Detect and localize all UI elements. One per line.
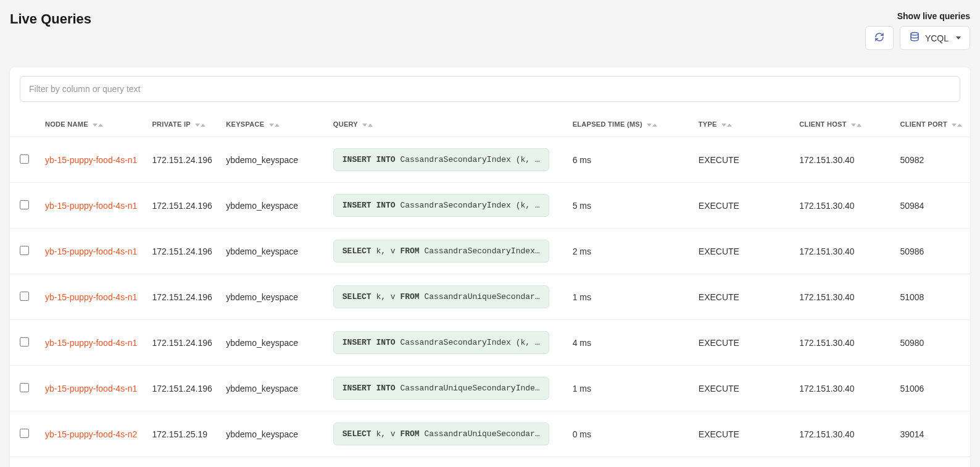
client-port-cell: 39014 <box>894 411 970 457</box>
elapsed-cell: 0 ms <box>567 411 692 457</box>
page-title: Live Queries <box>10 11 91 27</box>
client-host-cell: 172.151.30.40 <box>793 320 894 366</box>
client-port-cell: 50984 <box>894 183 970 229</box>
client-port-cell: 51008 <box>894 274 970 320</box>
query-cell[interactable]: SELECT k, v FROM CassandraUniqueSecondar… <box>333 285 549 308</box>
api-selector-label: YCQL <box>925 33 949 43</box>
keyspace-cell: ybdemo_keyspace <box>220 320 327 366</box>
private-ip-cell: 172.151.24.196 <box>146 137 220 183</box>
client-port-cell: 39632 <box>894 457 970 468</box>
type-cell: EXECUTE <box>692 366 793 411</box>
private-ip-cell: 172.151.24.196 <box>146 366 220 411</box>
query-cell[interactable]: SELECT k, v FROM CassandraUniqueSecondar… <box>333 423 549 445</box>
table-row: yb-15-puppy-food-4s-n2 172.151.25.19 ybd… <box>10 411 970 457</box>
client-host-cell: 172.151.30.40 <box>793 457 894 468</box>
keyspace-cell: ybdemo_keyspace <box>220 366 327 411</box>
table-row: yb-15-puppy-food-4s-n1 172.151.24.196 yb… <box>10 366 970 411</box>
private-ip-cell: 172.151.25.19 <box>146 411 220 457</box>
node-name-link[interactable]: yb-15-puppy-food-4s-n1 <box>45 338 137 348</box>
table-row: yb-15-puppy-food-4s-n1 172.151.24.196 yb… <box>10 274 970 320</box>
client-host-cell: 172.151.30.40 <box>793 229 894 274</box>
client-port-cell: 50986 <box>894 229 970 274</box>
chevron-down-icon <box>956 36 961 40</box>
column-header-keyspace[interactable]: KEYSPACE <box>220 112 327 137</box>
row-checkbox[interactable] <box>20 200 29 209</box>
node-name-link[interactable]: yb-15-puppy-food-4s-n1 <box>45 155 137 165</box>
client-host-cell: 172.151.30.40 <box>793 411 894 457</box>
table-row: yb-15-puppy-food-4s-n3 172.151.16.230 yb… <box>10 457 970 468</box>
private-ip-cell: 172.151.16.230 <box>146 457 220 468</box>
node-name-link[interactable]: yb-15-puppy-food-4s-n1 <box>45 384 137 393</box>
column-header-client-port[interactable]: CLIENT PORT <box>894 112 970 137</box>
row-checkbox[interactable] <box>20 246 29 255</box>
keyspace-cell: ybdemo_keyspace <box>220 274 327 320</box>
row-checkbox[interactable] <box>20 383 29 392</box>
client-host-cell: 172.151.30.40 <box>793 274 894 320</box>
table-row: yb-15-puppy-food-4s-n1 172.151.24.196 yb… <box>10 320 970 366</box>
private-ip-cell: 172.151.24.196 <box>146 229 220 274</box>
type-cell: EXECUTE <box>692 229 793 274</box>
query-cell[interactable]: SELECT k, v FROM CassandraSecondaryIndex… <box>333 240 549 263</box>
type-cell: EXECUTE <box>692 183 793 229</box>
keyspace-cell: ybdemo_keyspace <box>220 137 327 183</box>
query-cell[interactable]: INSERT INTO CassandraUniqueSecondaryInde… <box>333 377 549 400</box>
client-host-cell: 172.151.30.40 <box>793 183 894 229</box>
elapsed-cell: 1 ms <box>567 274 692 320</box>
column-header-query[interactable]: QUERY <box>327 112 567 137</box>
row-checkbox[interactable] <box>20 154 29 164</box>
elapsed-cell: 6 ms <box>567 137 692 183</box>
private-ip-cell: 172.151.24.196 <box>146 183 220 229</box>
client-port-cell: 51006 <box>894 366 970 411</box>
show-live-queries-link[interactable]: Show live queries <box>897 11 970 21</box>
filter-input[interactable] <box>20 76 960 102</box>
row-checkbox[interactable] <box>20 292 29 301</box>
row-checkbox[interactable] <box>20 429 29 438</box>
node-name-link[interactable]: yb-15-puppy-food-4s-n2 <box>45 429 137 439</box>
elapsed-cell: 5 ms <box>567 183 692 229</box>
query-cell[interactable]: INSERT INTO CassandraSecondaryIndex (k, … <box>333 194 549 217</box>
column-header-type[interactable]: TYPE <box>692 112 793 137</box>
elapsed-cell: 2 ms <box>567 229 692 274</box>
keyspace-cell: ybdemo_keyspace <box>220 229 327 274</box>
database-icon <box>909 32 920 44</box>
query-cell[interactable]: INSERT INTO CassandraSecondaryIndex (k, … <box>333 148 549 171</box>
keyspace-cell: ybdemo_keyspace <box>220 183 327 229</box>
client-host-cell: 172.151.30.40 <box>793 137 894 183</box>
client-port-cell: 50980 <box>894 320 970 366</box>
column-header-client-host[interactable]: CLIENT HOST <box>793 112 894 137</box>
keyspace-cell: ybdemo_keyspace <box>220 457 327 468</box>
type-cell: EXECUTE <box>692 274 793 320</box>
private-ip-cell: 172.151.24.196 <box>146 320 220 366</box>
api-selector-button[interactable]: YCQL <box>900 26 970 50</box>
refresh-button[interactable] <box>865 26 894 50</box>
table-row: yb-15-puppy-food-4s-n1 172.151.24.196 yb… <box>10 183 970 229</box>
type-cell: EXECUTE <box>692 457 793 468</box>
type-cell: EXECUTE <box>692 137 793 183</box>
table-row: yb-15-puppy-food-4s-n1 172.151.24.196 yb… <box>10 229 970 274</box>
svg-point-0 <box>911 33 918 36</box>
column-header-elapsed[interactable]: ELAPSED TIME (MS) <box>567 112 692 137</box>
refresh-icon <box>874 32 884 44</box>
column-header-private-ip[interactable]: PRIVATE IP <box>146 112 220 137</box>
table-row: yb-15-puppy-food-4s-n1 172.151.24.196 yb… <box>10 137 970 183</box>
keyspace-cell: ybdemo_keyspace <box>220 411 327 457</box>
column-header-node-name[interactable]: NODE NAME <box>39 112 146 137</box>
elapsed-cell: 4 ms <box>567 320 692 366</box>
query-cell[interactable]: INSERT INTO CassandraSecondaryIndex (k, … <box>333 331 549 354</box>
queries-table: NODE NAME PRIVATE IP KEYSPACE QUERY ELAP… <box>10 112 970 467</box>
elapsed-cell: 1 ms <box>567 366 692 411</box>
row-checkbox[interactable] <box>20 337 29 347</box>
node-name-link[interactable]: yb-15-puppy-food-4s-n1 <box>45 201 137 211</box>
node-name-link[interactable]: yb-15-puppy-food-4s-n1 <box>45 292 137 302</box>
client-port-cell: 50982 <box>894 137 970 183</box>
private-ip-cell: 172.151.24.196 <box>146 274 220 320</box>
type-cell: EXECUTE <box>692 320 793 366</box>
node-name-link[interactable]: yb-15-puppy-food-4s-n1 <box>45 246 137 256</box>
type-cell: EXECUTE <box>692 411 793 457</box>
queries-panel: NODE NAME PRIVATE IP KEYSPACE QUERY ELAP… <box>10 67 970 467</box>
elapsed-cell: 2 ms <box>567 457 692 468</box>
client-host-cell: 172.151.30.40 <box>793 366 894 411</box>
